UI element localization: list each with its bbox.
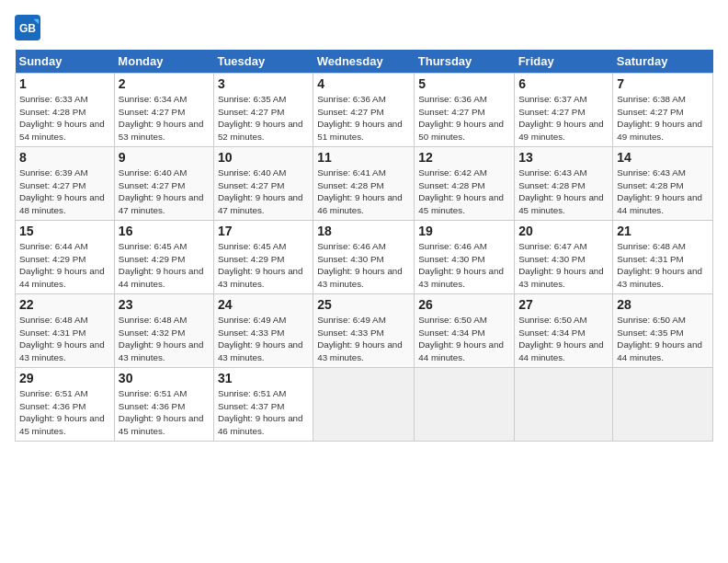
day-info: Sunrise: 6:43 AMSunset: 4:28 PMDaylight:… [518,167,609,217]
calendar-cell [515,368,613,442]
day-number: 30 [119,371,210,385]
calendar-cell [613,368,713,442]
logo: GB [15,15,42,40]
day-info: Sunrise: 6:36 AMSunset: 4:27 PMDaylight:… [317,93,410,144]
weekday-sunday: Sunday [16,50,115,74]
day-info: Sunrise: 6:50 AMSunset: 4:34 PMDaylight:… [518,314,609,364]
day-info: Sunrise: 6:48 AMSunset: 4:32 PMDaylight:… [119,314,210,364]
calendar-cell: 28 Sunrise: 6:50 AMSunset: 4:35 PMDaylig… [613,294,713,368]
calendar-table: SundayMondayTuesdayWednesdayThursdayFrid… [15,50,713,442]
calendar-cell: 26 Sunrise: 6:50 AMSunset: 4:34 PMDaylig… [415,294,515,368]
logo-icon: GB [15,15,40,40]
day-info: Sunrise: 6:40 AMSunset: 4:27 PMDaylight:… [218,167,309,217]
day-info: Sunrise: 6:34 AMSunset: 4:27 PMDaylight:… [119,93,210,144]
day-info: Sunrise: 6:49 AMSunset: 4:33 PMDaylight:… [317,314,410,364]
day-number: 10 [218,150,309,165]
day-number: 11 [317,150,410,165]
weekday-friday: Friday [515,50,613,74]
weekday-wednesday: Wednesday [313,50,415,74]
calendar-cell: 3 Sunrise: 6:35 AMSunset: 4:27 PMDayligh… [213,74,313,147]
calendar-cell: 17 Sunrise: 6:45 AMSunset: 4:29 PMDaylig… [213,221,313,294]
week-row-4: 22 Sunrise: 6:48 AMSunset: 4:31 PMDaylig… [16,294,713,368]
day-number: 21 [617,224,709,238]
day-number: 28 [617,297,709,312]
day-info: Sunrise: 6:46 AMSunset: 4:30 PMDaylight:… [418,240,510,291]
day-number: 14 [617,150,709,165]
day-number: 26 [418,297,510,312]
calendar-cell: 18 Sunrise: 6:46 AMSunset: 4:30 PMDaylig… [313,221,415,294]
calendar-cell: 30 Sunrise: 6:51 AMSunset: 4:36 PMDaylig… [114,368,213,442]
day-info: Sunrise: 6:33 AMSunset: 4:28 PMDaylight:… [19,93,110,144]
day-info: Sunrise: 6:48 AMSunset: 4:31 PMDaylight:… [19,314,110,364]
day-number: 4 [317,76,410,91]
calendar-cell [313,368,415,442]
day-info: Sunrise: 6:35 AMSunset: 4:27 PMDaylight:… [218,93,309,144]
calendar-cell: 15 Sunrise: 6:44 AMSunset: 4:29 PMDaylig… [16,221,115,294]
calendar-cell: 16 Sunrise: 6:45 AMSunset: 4:29 PMDaylig… [114,221,213,294]
calendar-cell: 25 Sunrise: 6:49 AMSunset: 4:33 PMDaylig… [313,294,415,368]
calendar-cell: 13 Sunrise: 6:43 AMSunset: 4:28 PMDaylig… [515,147,613,221]
calendar-cell: 31 Sunrise: 6:51 AMSunset: 4:37 PMDaylig… [213,368,313,442]
calendar-cell: 7 Sunrise: 6:38 AMSunset: 4:27 PMDayligh… [613,74,713,147]
day-number: 1 [19,76,110,91]
day-number: 20 [518,224,609,238]
day-info: Sunrise: 6:42 AMSunset: 4:28 PMDaylight:… [418,167,510,217]
day-info: Sunrise: 6:44 AMSunset: 4:29 PMDaylight:… [19,240,110,291]
day-number: 16 [119,224,210,238]
week-row-2: 8 Sunrise: 6:39 AMSunset: 4:27 PMDayligh… [16,147,713,221]
calendar-cell: 6 Sunrise: 6:37 AMSunset: 4:27 PMDayligh… [515,74,613,147]
calendar-cell: 20 Sunrise: 6:47 AMSunset: 4:30 PMDaylig… [515,221,613,294]
weekday-header-row: SundayMondayTuesdayWednesdayThursdayFrid… [16,50,713,74]
day-number: 7 [617,76,709,91]
day-number: 9 [119,150,210,165]
calendar-cell: 23 Sunrise: 6:48 AMSunset: 4:32 PMDaylig… [114,294,213,368]
weekday-saturday: Saturday [613,50,713,74]
calendar-cell: 8 Sunrise: 6:39 AMSunset: 4:27 PMDayligh… [16,147,115,221]
day-number: 25 [317,297,410,312]
calendar-cell: 11 Sunrise: 6:41 AMSunset: 4:28 PMDaylig… [313,147,415,221]
day-info: Sunrise: 6:43 AMSunset: 4:28 PMDaylight:… [617,167,709,217]
calendar-cell: 12 Sunrise: 6:42 AMSunset: 4:28 PMDaylig… [415,147,515,221]
calendar-cell: 22 Sunrise: 6:48 AMSunset: 4:31 PMDaylig… [16,294,115,368]
day-number: 31 [218,371,309,385]
day-number: 12 [418,150,510,165]
day-info: Sunrise: 6:45 AMSunset: 4:29 PMDaylight:… [119,240,210,291]
calendar-cell: 2 Sunrise: 6:34 AMSunset: 4:27 PMDayligh… [114,74,213,147]
week-row-5: 29 Sunrise: 6:51 AMSunset: 4:36 PMDaylig… [16,368,713,442]
day-info: Sunrise: 6:49 AMSunset: 4:33 PMDaylight:… [218,314,309,364]
day-number: 6 [518,76,609,91]
day-info: Sunrise: 6:47 AMSunset: 4:30 PMDaylight:… [518,240,609,291]
weekday-thursday: Thursday [415,50,515,74]
calendar-cell: 10 Sunrise: 6:40 AMSunset: 4:27 PMDaylig… [213,147,313,221]
day-info: Sunrise: 6:50 AMSunset: 4:34 PMDaylight:… [418,314,510,364]
day-number: 2 [119,76,210,91]
day-info: Sunrise: 6:51 AMSunset: 4:36 PMDaylight:… [119,387,210,438]
day-info: Sunrise: 6:40 AMSunset: 4:27 PMDaylight:… [119,167,210,217]
day-number: 19 [418,224,510,238]
day-number: 22 [19,297,110,312]
day-number: 24 [218,297,309,312]
calendar-cell: 24 Sunrise: 6:49 AMSunset: 4:33 PMDaylig… [213,294,313,368]
week-row-1: 1 Sunrise: 6:33 AMSunset: 4:28 PMDayligh… [16,74,713,147]
day-number: 17 [218,224,309,238]
week-row-3: 15 Sunrise: 6:44 AMSunset: 4:29 PMDaylig… [16,221,713,294]
day-info: Sunrise: 6:45 AMSunset: 4:29 PMDaylight:… [218,240,309,291]
day-number: 27 [518,297,609,312]
day-number: 29 [19,371,110,385]
day-info: Sunrise: 6:37 AMSunset: 4:27 PMDaylight:… [518,93,609,144]
svg-text:GB: GB [19,22,36,35]
header: GB [15,15,713,40]
calendar-cell: 4 Sunrise: 6:36 AMSunset: 4:27 PMDayligh… [313,74,415,147]
day-info: Sunrise: 6:48 AMSunset: 4:31 PMDaylight:… [617,240,709,291]
day-number: 23 [119,297,210,312]
calendar-container: GB SundayMondayTuesdayWednesdayThursdayF… [0,0,728,449]
weekday-monday: Monday [114,50,213,74]
day-number: 15 [19,224,110,238]
calendar-cell: 19 Sunrise: 6:46 AMSunset: 4:30 PMDaylig… [415,221,515,294]
day-number: 5 [418,76,510,91]
calendar-cell: 21 Sunrise: 6:48 AMSunset: 4:31 PMDaylig… [613,221,713,294]
calendar-cell: 27 Sunrise: 6:50 AMSunset: 4:34 PMDaylig… [515,294,613,368]
day-info: Sunrise: 6:51 AMSunset: 4:36 PMDaylight:… [19,387,110,438]
day-number: 13 [518,150,609,165]
calendar-cell [415,368,515,442]
